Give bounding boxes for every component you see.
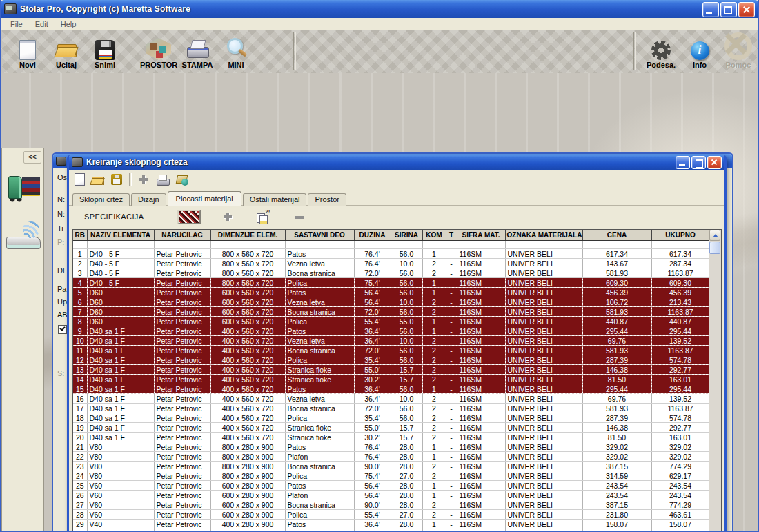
table-row[interactable]: 30V40Petar Petrovic400 x 280 x 900Plafon… xyxy=(73,529,709,532)
checked-checkbox[interactable] xyxy=(58,325,67,334)
save-floppy-button[interactable]: Snimi xyxy=(86,39,124,70)
room-button[interactable]: PROSTOR xyxy=(140,38,177,70)
column-header[interactable]: CENA xyxy=(582,230,651,241)
column-header[interactable]: SIRINA xyxy=(391,230,422,241)
tab-plocasti-materijal[interactable]: Plocasti materijal xyxy=(168,191,241,206)
add-icon[interactable] xyxy=(137,174,150,186)
table-row[interactable]: 29V40Petar Petrovic400 x 280 x 900Patos3… xyxy=(73,520,709,529)
add-row-icon[interactable] xyxy=(221,211,234,223)
table-row[interactable]: 11D40 sa 1 FPetar Petrovic400 x 560 x 72… xyxy=(73,346,709,355)
table-cell: 400 x 560 x 720 xyxy=(210,355,285,365)
table-row[interactable]: 24V80Petar Petrovic800 x 280 x 900Polica… xyxy=(73,471,709,481)
table-row[interactable]: 21V80Petar Petrovic800 x 280 x 900Patos7… xyxy=(73,442,709,452)
table-row[interactable]: 18D40 sa 1 FPetar Petrovic400 x 560 x 72… xyxy=(73,413,709,423)
toolbar-button-label: Ucitaj xyxy=(48,61,85,70)
dialog-maximize-button[interactable] xyxy=(691,156,706,169)
column-header[interactable]: DIMENZIJE ELEM. xyxy=(210,230,285,241)
table-row[interactable]: 2D40 - 5 FPetar Petrovic800 x 560 x 720V… xyxy=(73,259,709,268)
column-header[interactable]: SIFRA MAT. xyxy=(457,230,505,241)
new-document-button[interactable]: Novi xyxy=(9,39,46,70)
table-cell: 16 xyxy=(73,394,87,404)
vertical-scrollbar[interactable] xyxy=(709,230,721,532)
column-header[interactable]: RB xyxy=(73,230,87,241)
table-row[interactable]: 19D40 sa 1 FPetar Petrovic400 x 560 x 72… xyxy=(73,423,709,433)
scroll-thumb[interactable] xyxy=(709,242,720,254)
table-cell: D40 sa 1 F xyxy=(87,365,154,375)
table-cell: Bocna stranica xyxy=(285,404,354,413)
tab-dizajn[interactable]: Dizajn xyxy=(131,193,166,206)
scanner-icon[interactable] xyxy=(6,220,42,252)
table-row[interactable]: 9D40 sa 1 FPetar Petrovic400 x 560 x 720… xyxy=(73,326,709,336)
table-row[interactable]: 7D60Petar Petrovic600 x 560 x 720Bocna s… xyxy=(73,307,709,317)
column-header[interactable]: KOM xyxy=(422,230,446,241)
menu-item-edit[interactable]: Edit xyxy=(29,19,55,29)
table-row[interactable]: 8D60Petar Petrovic600 x 560 x 720Polica5… xyxy=(73,317,709,326)
table-cell: Vezna letva xyxy=(285,297,354,307)
table-row[interactable]: 22V80Petar Petrovic800 x 280 x 900Plafon… xyxy=(73,452,709,462)
info-button[interactable]: Info xyxy=(681,40,718,70)
print-icon[interactable] xyxy=(157,174,169,186)
remove-row-icon[interactable] xyxy=(293,211,306,223)
table-cell: V40 xyxy=(87,529,154,532)
menu-item-file[interactable]: File xyxy=(4,19,29,29)
table-cell: 600 x 560 x 720 xyxy=(210,307,285,317)
column-header[interactable]: NAZIV ELEMENTA xyxy=(87,230,154,241)
column-header[interactable]: NARUCILAC xyxy=(154,230,210,241)
table-row[interactable]: 26V60Petar Petrovic600 x 280 x 900Plafon… xyxy=(73,491,709,500)
toolbar-button-label: Pomoc xyxy=(720,61,757,70)
menu-item-help[interactable]: Help xyxy=(55,19,83,29)
table-row[interactable]: 6D60Petar Petrovic600 x 560 x 720Vezna l… xyxy=(73,297,709,307)
column-header[interactable]: DUZINA xyxy=(354,230,391,241)
tab-ostali-materijal[interactable]: Ostali materijal xyxy=(243,193,307,206)
scroll-up-button[interactable] xyxy=(709,230,720,241)
table-cell: - xyxy=(446,336,457,346)
column-header[interactable]: T xyxy=(446,230,457,241)
table-cell: 800 x 560 x 720 xyxy=(210,249,285,259)
tab-prostor[interactable]: Prostor xyxy=(308,193,346,206)
table-row[interactable]: 13D40 sa 1 FPetar Petrovic400 x 560 x 72… xyxy=(73,365,709,375)
table-row[interactable]: 28V60Petar Petrovic600 x 280 x 900Polica… xyxy=(73,510,709,520)
gear-button[interactable]: Podesa. xyxy=(642,39,680,70)
table-row[interactable]: 12D40 sa 1 FPetar Petrovic400 x 560 x 72… xyxy=(73,355,709,365)
table-cell: 456.39 xyxy=(582,288,651,297)
table-row[interactable]: 27V60Petar Petrovic600 x 280 x 900Bocna … xyxy=(73,500,709,510)
open-folder-button[interactable]: Ucitaj xyxy=(48,38,85,70)
table-row[interactable]: 14D40 sa 1 FPetar Petrovic400 x 560 x 72… xyxy=(73,375,709,384)
dialog-kreiranje-sklopnog-crteza: Kreiranje sklopnog crteza Sklo xyxy=(67,155,727,532)
maximize-button[interactable] xyxy=(720,2,737,17)
material-hatch-swatch-button[interactable] xyxy=(177,210,201,224)
column-header[interactable]: UKUPNO xyxy=(651,230,709,241)
table-cell: V80 xyxy=(87,462,154,471)
table-cell: - xyxy=(446,413,457,423)
paste-special-icon[interactable]: 2! xyxy=(256,211,268,223)
exit-icon[interactable] xyxy=(176,174,188,186)
table-cell: 2 xyxy=(422,268,446,278)
table-row[interactable]: 10D40 sa 1 FPetar Petrovic400 x 560 x 72… xyxy=(73,336,709,346)
open-folder-icon[interactable] xyxy=(92,174,104,186)
close-button[interactable] xyxy=(738,2,755,17)
sidebar-collapse-button[interactable]: << xyxy=(23,151,41,164)
table-row[interactable]: 17D40 sa 1 FPetar Petrovic400 x 560 x 72… xyxy=(73,404,709,413)
minimize-button[interactable] xyxy=(702,2,719,17)
table-row[interactable]: 20D40 sa 1 FPetar Petrovic400 x 560 x 72… xyxy=(73,433,709,442)
tab-sklopni-crtez[interactable]: Sklopni crtez xyxy=(72,193,130,206)
dialog-close-button[interactable] xyxy=(707,156,722,169)
table-row[interactable]: 5D60Petar Petrovic600 x 560 x 720Patos56… xyxy=(73,288,709,297)
table-row[interactable]: 23V80Petar Petrovic800 x 280 x 900Bocna … xyxy=(73,462,709,471)
table-row[interactable]: 25V60Petar Petrovic600 x 280 x 900Patos5… xyxy=(73,481,709,491)
printer-button[interactable]: STAMPA xyxy=(179,38,216,70)
table-row[interactable]: 16D40 sa 1 FPetar Petrovic400 x 560 x 72… xyxy=(73,394,709,404)
new-document-icon[interactable] xyxy=(75,173,85,186)
column-header[interactable]: SASTAVNI DEO xyxy=(285,230,354,241)
dialog-minimize-button[interactable] xyxy=(676,156,690,169)
forklift-materials-icon[interactable] xyxy=(7,173,40,202)
table-cell: 56.0 xyxy=(391,278,422,288)
save-floppy-icon[interactable] xyxy=(111,174,122,185)
magnifier-button[interactable]: MINI xyxy=(217,37,255,70)
table-row[interactable]: 4D40 - 5 FPetar Petrovic800 x 560 x 720P… xyxy=(73,278,709,288)
table-row[interactable]: 1D40 - 5 FPetar Petrovic800 x 560 x 720P… xyxy=(73,249,709,259)
column-header[interactable]: OZNAKA MATERIJALA xyxy=(505,230,582,241)
table-cell: Vezna letva xyxy=(285,259,354,268)
table-row[interactable]: 3D40 - 5 FPetar Petrovic800 x 560 x 720B… xyxy=(73,268,709,278)
table-row[interactable]: 15D40 sa 1 FPetar Petrovic400 x 560 x 72… xyxy=(73,384,709,394)
